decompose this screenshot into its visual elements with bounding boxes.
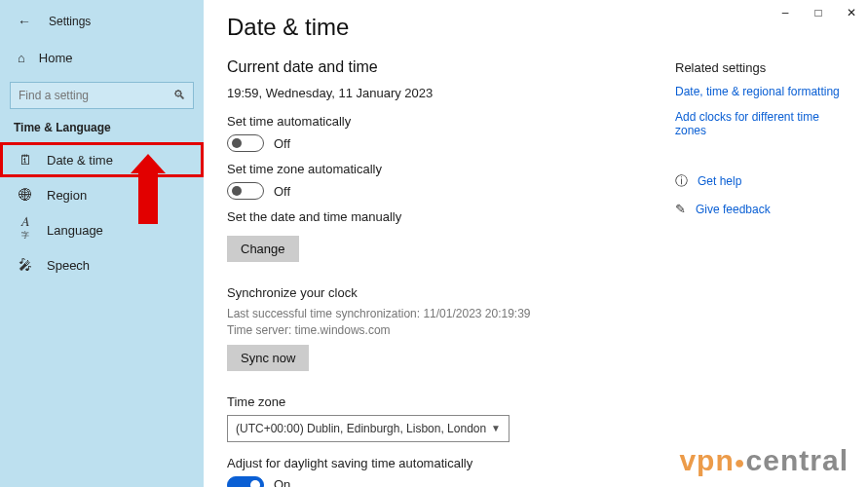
set-tz-auto-state: Off (274, 184, 290, 199)
sidebar: ← Settings ⌂ Home 🔍︎ Time & Language 🗓︎ … (0, 0, 204, 487)
microphone-icon: 🎤︎ (18, 257, 33, 273)
get-help-label: Get help (698, 174, 741, 188)
get-help-link[interactable]: ⓘ Get help (675, 172, 841, 190)
sync-last: Last successful time synchronization: 11… (227, 306, 845, 322)
timezone-value: (UTC+00:00) Dublin, Edinburgh, Lisbon, L… (236, 422, 486, 435)
page-title: Date & time (227, 14, 845, 41)
link-regional-formatting[interactable]: Date, time & regional formatting (675, 85, 841, 98)
home-icon: ⌂ (18, 51, 25, 65)
related-title: Related settings (675, 60, 841, 75)
minimize-button[interactable]: – (778, 6, 792, 19)
sidebar-home[interactable]: ⌂ Home (0, 41, 204, 74)
calendar-clock-icon: 🗓︎ (18, 152, 33, 168)
globe-icon: 🌐︎ (18, 187, 33, 203)
annotation-arrow (138, 171, 158, 224)
titlebar: ← Settings (0, 8, 204, 35)
search-icon: 🔍︎ (173, 88, 186, 102)
sidebar-item-label: Language (47, 223, 103, 238)
search-input[interactable] (10, 82, 194, 109)
sync-now-button[interactable]: Sync now (227, 345, 309, 371)
content: – □ ✕ Date & time Current date and time … (204, 0, 868, 487)
help-icon: ⓘ (675, 172, 688, 190)
set-tz-auto-toggle[interactable] (227, 182, 264, 200)
sync-heading: Synchronize your clock (227, 285, 845, 300)
sidebar-item-label: Region (47, 188, 87, 203)
link-add-clocks[interactable]: Add clocks for different time zones (675, 110, 841, 137)
window-title: Settings (49, 15, 91, 28)
sidebar-item-speech[interactable]: 🎤︎ Speech (0, 247, 204, 282)
set-time-auto-toggle[interactable] (227, 134, 264, 152)
timezone-label: Time zone (227, 394, 845, 409)
maximize-button[interactable]: □ (811, 6, 825, 19)
change-button[interactable]: Change (227, 236, 299, 262)
close-button[interactable]: ✕ (845, 6, 858, 19)
sidebar-item-date-time[interactable]: 🗓︎ Date & time (0, 142, 204, 177)
dst-state: On (274, 477, 290, 487)
sync-server: Time server: time.windows.com (227, 322, 845, 339)
watermark: vpn●central (679, 444, 849, 477)
related-settings-panel: Related settings Date, time & regional f… (675, 60, 841, 228)
sidebar-item-label: Date & time (47, 153, 113, 168)
watermark-pre: vpn (679, 444, 734, 476)
section-label: Time & Language (0, 121, 204, 134)
search-wrap: 🔍︎ (0, 82, 204, 109)
timezone-select[interactable]: (UTC+00:00) Dublin, Edinburgh, Lisbon, L… (227, 415, 509, 442)
sidebar-item-region[interactable]: 🌐︎ Region (0, 177, 204, 212)
give-feedback-label: Give feedback (696, 203, 771, 216)
home-label: Home (39, 51, 73, 65)
sidebar-item-language[interactable]: 𝐴字 Language (0, 212, 204, 247)
window-controls: – □ ✕ (778, 6, 858, 19)
dst-toggle[interactable] (227, 476, 264, 487)
set-time-auto-state: Off (274, 136, 290, 151)
back-arrow-icon[interactable]: ← (18, 14, 31, 29)
sidebar-item-label: Speech (47, 258, 90, 273)
language-icon: 𝐴字 (18, 213, 33, 246)
watermark-post: central (746, 444, 849, 476)
feedback-icon: ✎ (675, 202, 686, 216)
give-feedback-link[interactable]: ✎ Give feedback (675, 202, 841, 216)
chevron-down-icon: ▼ (491, 423, 501, 433)
